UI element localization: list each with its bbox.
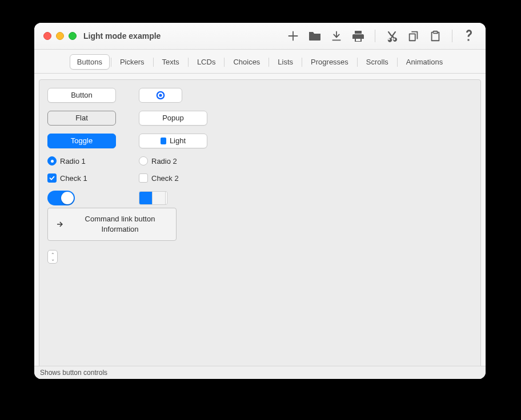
stepper-control[interactable]: ⌃ ⌃ [47, 250, 58, 264]
status-bar: Shows button controls [34, 366, 486, 379]
app-window: Light mode example [34, 23, 486, 379]
popup-button[interactable]: Popup [139, 111, 207, 126]
chevron-down-icon: ⌃ [51, 257, 55, 261]
print-icon[interactable] [351, 29, 366, 43]
command-link-subtitle: Information [101, 225, 138, 233]
radio-2[interactable]: Radio 2 [139, 156, 207, 165]
toolbar-separator [452, 30, 452, 42]
toolbar-separator [375, 30, 375, 42]
tab-buttons[interactable]: Buttons [70, 54, 110, 70]
titlebar: Light mode example [34, 23, 486, 50]
help-icon[interactable] [462, 29, 476, 43]
close-window-button[interactable] [43, 32, 51, 40]
window-controls [43, 32, 77, 40]
paste-icon[interactable] [428, 29, 443, 43]
tool-button-record[interactable] [139, 88, 182, 103]
mac-switch[interactable] [47, 191, 75, 205]
tab-animations[interactable]: Animations [399, 54, 450, 70]
switch-knob [152, 192, 166, 204]
add-icon[interactable] [286, 29, 300, 43]
check-2[interactable]: Check 2 [139, 173, 207, 183]
command-link-button[interactable]: Command link button Information [47, 208, 177, 241]
toolbar [286, 29, 476, 43]
toggle-button[interactable]: Toggle [47, 134, 116, 148]
tab-lcds[interactable]: LCDs [190, 54, 223, 70]
qt-switch[interactable] [139, 191, 167, 205]
minimize-window-button[interactable] [56, 32, 64, 40]
tab-lists[interactable]: Lists [270, 54, 300, 70]
tab-pickers[interactable]: Pickers [113, 54, 152, 70]
light-toggle-button[interactable]: Light [139, 134, 207, 148]
switch-knob [61, 192, 74, 204]
checkbox-indicator-icon [47, 173, 57, 183]
tab-choices[interactable]: Choices [226, 54, 267, 70]
check-1[interactable]: Check 1 [47, 173, 116, 183]
radio-indicator-icon [139, 156, 148, 165]
light-indicator-icon [161, 138, 166, 144]
svg-point-1 [159, 94, 162, 96]
download-icon[interactable] [329, 29, 344, 43]
radio-1[interactable]: Radio 1 [47, 156, 116, 165]
folder-icon[interactable] [307, 29, 322, 43]
tab-progresses[interactable]: Progresses [303, 54, 356, 70]
copy-icon[interactable] [406, 29, 421, 43]
command-link-title: Command link button [85, 215, 155, 223]
push-button[interactable]: Button [47, 88, 116, 103]
tab-scrolls[interactable]: Scrolls [359, 54, 396, 70]
tab-texts[interactable]: Texts [155, 54, 187, 70]
arrow-right-icon [55, 219, 65, 229]
zoom-window-button[interactable] [69, 32, 77, 40]
window-title: Light mode example [83, 31, 161, 41]
checkbox-indicator-icon [139, 173, 148, 183]
status-text: Shows button controls [40, 369, 107, 377]
flat-button[interactable]: Flat [47, 111, 116, 126]
radio-indicator-icon [47, 156, 57, 165]
content-panel: Button Flat Popup Toggle Light Radio 1 [39, 79, 481, 379]
cut-icon[interactable] [384, 29, 399, 43]
tab-bar: Buttons Pickers Texts LCDs Choices Lists… [34, 50, 486, 74]
